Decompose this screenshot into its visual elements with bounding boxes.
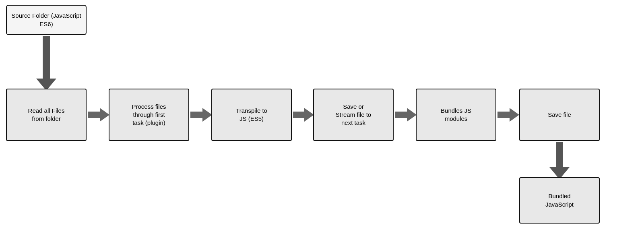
svg-marker-13 (510, 108, 519, 122)
svg-marker-5 (100, 108, 109, 122)
transpile-box: Transpile toJS (ES5) (211, 89, 292, 141)
save-file-label: Save file (548, 111, 571, 119)
save-stream-label: Save orStream file tonext task (336, 103, 371, 127)
bundles-label: Bundles JSmodules (441, 107, 471, 123)
bundled-js-box: BundledJavaScript (519, 177, 600, 224)
source-folder-label: Source Folder (JavaScript ES6) (10, 12, 83, 28)
save-file-box: Save file (519, 89, 600, 141)
diagram: Source Folder (JavaScript ES6) Read all … (0, 0, 644, 232)
svg-marker-9 (304, 108, 314, 122)
read-files-label: Read all Filesfrom folder (28, 107, 65, 123)
bundled-js-label: BundledJavaScript (545, 192, 574, 209)
process-files-box: Process filesthrough firsttask (plugin) (109, 89, 189, 141)
svg-marker-7 (202, 108, 212, 122)
source-folder-box: Source Folder (JavaScript ES6) (6, 5, 87, 35)
bundles-box: Bundles JSmodules (416, 89, 496, 141)
read-files-box: Read all Filesfrom folder (6, 89, 87, 141)
save-stream-box: Save orStream file tonext task (313, 89, 394, 141)
svg-marker-11 (407, 108, 417, 122)
process-files-label: Process filesthrough firsttask (plugin) (132, 103, 166, 127)
transpile-label: Transpile toJS (ES5) (236, 107, 267, 123)
